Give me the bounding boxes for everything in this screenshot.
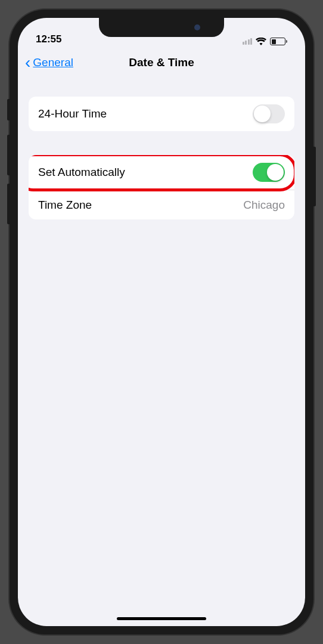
status-time: 12:55 xyxy=(36,33,95,45)
row-label: 24-Hour Time xyxy=(38,107,107,120)
settings-group-time-format: 24-Hour Time xyxy=(29,97,294,131)
volume-up-button xyxy=(7,135,11,175)
navigation-bar: ‹ General Date & Time xyxy=(18,48,305,78)
toggle-knob xyxy=(254,106,271,122)
page-title: Date & Time xyxy=(129,56,194,69)
toggle-24-hour-time[interactable] xyxy=(253,104,285,123)
home-indicator[interactable] xyxy=(117,617,206,620)
battery-icon xyxy=(270,38,287,45)
row-value: Chicago xyxy=(243,199,285,212)
toggle-set-automatically[interactable] xyxy=(253,163,285,182)
phone-frame: 12:55 ‹ General Date & Time xyxy=(10,10,313,634)
settings-content: 24-Hour Time Set Automatically Time Zone xyxy=(18,78,305,219)
phone-screen: 12:55 ‹ General Date & Time xyxy=(18,18,305,626)
power-button xyxy=(312,147,316,206)
wifi-icon xyxy=(256,38,266,45)
cell-signal-icon xyxy=(243,38,253,45)
front-camera xyxy=(194,24,200,30)
row-label: Set Automatically xyxy=(38,166,125,179)
row-24-hour-time[interactable]: 24-Hour Time xyxy=(29,97,294,131)
toggle-knob xyxy=(267,164,284,181)
mute-switch xyxy=(7,99,11,120)
volume-down-button xyxy=(7,184,11,224)
back-button-label: General xyxy=(33,56,73,69)
notch xyxy=(99,18,224,37)
row-label: Time Zone xyxy=(38,199,92,212)
row-set-automatically[interactable]: Set Automatically xyxy=(29,155,294,190)
chevron-left-icon: ‹ xyxy=(25,54,30,71)
back-button[interactable]: ‹ General xyxy=(25,54,73,71)
row-time-zone[interactable]: Time Zone Chicago xyxy=(38,190,294,219)
settings-group-auto-time: Set Automatically Time Zone Chicago xyxy=(29,155,294,219)
